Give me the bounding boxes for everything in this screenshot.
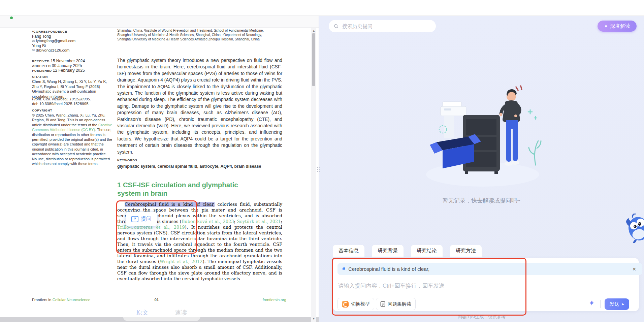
copyright-text: © 2025 Chen, Wang, Zhang, Xi, Lu, Yu, Zh… xyxy=(32,113,112,166)
citation-link[interactable]: Soytürk et al., 2021 xyxy=(237,219,281,224)
copyright-label: COPYRIGHT xyxy=(32,108,52,112)
search-input[interactable] xyxy=(342,23,431,29)
question-set-button[interactable]: 问题集解读 xyxy=(376,298,416,310)
history-search-box[interactable] xyxy=(329,20,436,32)
model-icon xyxy=(342,301,349,308)
send-button[interactable]: 发送 ➤ xyxy=(605,298,629,310)
quoted-text: Cerebrospinal fluid is a kind of clear, xyxy=(348,266,628,272)
citation-journal: Front. Cell. Neurosci. 19:1528995. xyxy=(32,97,112,102)
deep-read-label: 深度解读 xyxy=(610,23,630,29)
footer-prefix: Frontiers in xyxy=(32,298,53,302)
keywords-label: KEYWORDS xyxy=(117,158,137,162)
question-input[interactable]: 请输入提问内容，Ctrl+回车换行，回车发送 xyxy=(338,282,445,290)
original-view-label[interactable]: 原文 xyxy=(136,309,149,317)
affiliation-line: Shanghai, China, ²Institute of Wound Pre… xyxy=(117,28,287,33)
correspondence-label: *CORRESPONDENCE xyxy=(32,30,67,33)
tab-basic-info[interactable]: 基本信息 xyxy=(333,245,364,257)
accepted-date: ACCEPTED 30 January 2025 xyxy=(32,63,82,68)
app-bar xyxy=(0,0,644,16)
section-heading: 1 CSF-ISF circulation and glymphatic sys… xyxy=(117,181,259,197)
speed-read-label[interactable]: 速读 xyxy=(175,309,187,317)
paragraph-text: ; xyxy=(281,219,282,224)
divider xyxy=(600,300,601,308)
question-set-label: 问题集解读 xyxy=(388,301,411,307)
affiliation-line: Shanghai University of Medicine & Health… xyxy=(117,37,287,41)
affiliations: Shanghai, China, ²Institute of Wound Pre… xyxy=(117,28,287,41)
received-date: RECEIVED 15 November 2024 xyxy=(32,59,85,63)
quoted-text-chip: ❝ Cerebrospinal fluid is a kind of clear… xyxy=(337,263,642,275)
pdf-toolbar xyxy=(0,15,319,28)
empty-state-illustration xyxy=(423,84,542,189)
deep-read-button[interactable]: ✦ 深度解读 xyxy=(598,21,637,32)
copyright-pre: © 2025 Chen, Wang, Zhang, Xi, Lu, Yu, Zh… xyxy=(32,113,105,127)
scroll-down-arrow[interactable]: ▼ xyxy=(312,317,315,320)
scroll-up-arrow[interactable]: ▲ xyxy=(312,29,315,32)
ask-question-tooltip[interactable]: ? 提问 xyxy=(126,212,157,226)
question-bubble-icon: ? xyxy=(131,216,138,222)
paragraph-text: ; xyxy=(234,219,237,224)
send-label: 发送 xyxy=(609,301,619,308)
mascot-bird[interactable] xyxy=(625,214,644,243)
document-icon xyxy=(380,301,385,307)
citation-text: Chen S, Wang H, Zhang L, Xi Y, Lu Y, Yu … xyxy=(32,79,112,99)
ai-sparkle-icon[interactable]: ✦ xyxy=(589,299,594,307)
paragraph-text: ). It nourishes and protects the central… xyxy=(117,225,282,264)
envelope-icon: ✉ xyxy=(32,49,35,52)
journal-footer: Frontiers in Cellular Neuroscience xyxy=(32,298,90,302)
email-text: drbiyong@126.com xyxy=(36,48,69,52)
citation-doi: doi: 10.3389/fncel.2025.1528995 xyxy=(32,101,112,106)
sparkle-icon: ✦ xyxy=(604,23,608,29)
envelope-icon: ✉ xyxy=(32,39,35,43)
resize-handle[interactable] xyxy=(316,165,321,173)
tab-research-background[interactable]: 研究背景 xyxy=(372,245,404,257)
abstract-text: The glymphatic system theory introduces … xyxy=(117,57,282,155)
scrollbar-thumb[interactable] xyxy=(312,33,315,86)
switch-model-label: 切换模型 xyxy=(351,301,370,307)
notification-dot xyxy=(10,17,13,19)
selected-text[interactable]: Cerebrospinal fluid is a kind of clear, xyxy=(125,202,215,207)
page-number-footer: 01 xyxy=(148,298,165,302)
correspondence-email[interactable]: ✉drbiyong@126.com xyxy=(32,48,69,52)
ask-question-label: 提问 xyxy=(141,216,152,223)
citation-label: CITATION xyxy=(32,75,48,78)
correspondence-email[interactable]: ✉fytongfang@gmail.com xyxy=(32,39,75,43)
published-date: PUBLISHED 12 February 2025 xyxy=(32,68,85,73)
tab-research-methods[interactable]: 研究方法 xyxy=(450,245,482,257)
ai-disclaimer: 内容由AI生成，仅供参考 xyxy=(397,314,566,320)
site-footer-link[interactable]: frontiersin.org xyxy=(256,298,286,302)
tab-research-conclusions[interactable]: 研究结论 xyxy=(411,245,443,257)
empty-state-text: 暂无记录，快去解读或提问吧~ xyxy=(319,197,644,204)
quote-icon: ❝ xyxy=(342,268,345,272)
send-arrow-icon: ➤ xyxy=(621,302,624,307)
copyright-post: . The use, distribution or reproduction … xyxy=(32,128,112,166)
affiliation-line: Shanghai University of Medicine & Health… xyxy=(117,33,287,37)
journal-name-link[interactable]: Cellular Neuroscience xyxy=(53,298,91,302)
close-icon[interactable]: ✕ xyxy=(631,265,638,273)
email-text: fytongfang@gmail.com xyxy=(36,39,75,43)
citation-link[interactable]: Wright et al., 2012 xyxy=(160,259,203,264)
switch-model-button[interactable]: 切换模型 xyxy=(337,298,374,310)
correspondence-name: Fang Tong xyxy=(32,34,51,39)
keywords-text: glymphatic system, cerebral spinal fluid… xyxy=(117,164,284,169)
correspondence-name: Yong Bi xyxy=(32,43,46,48)
app-window: ‹ ··· Glymphatic system a ... ⌄ / 9 − + … xyxy=(0,0,644,322)
view-mode-toggle[interactable]: 原文 速读 xyxy=(123,304,200,321)
citation-link[interactable]: Bubeníková et al., 2023 xyxy=(182,219,234,224)
search-icon xyxy=(333,24,339,29)
